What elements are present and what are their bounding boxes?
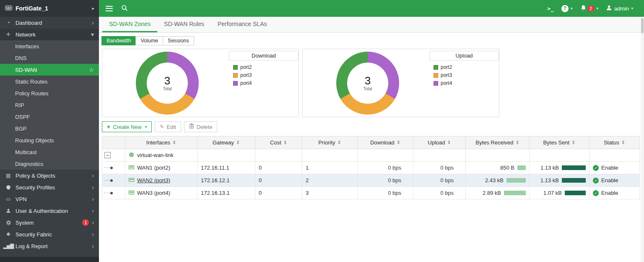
edit-label: Edit bbox=[166, 124, 176, 130]
legend-item-port2[interactable]: port2 bbox=[434, 64, 495, 70]
download-cell: 0 bps bbox=[358, 174, 413, 187]
column-header-download[interactable]: Download⇕ bbox=[358, 136, 413, 149]
column-header-bytes-sent[interactable]: Bytes Sent⇕ bbox=[530, 136, 589, 149]
legend-item-port4[interactable]: port4 bbox=[233, 80, 294, 86]
bytes-sent-bar bbox=[562, 178, 586, 183]
column-header-interfaces[interactable]: Interfaces⇕ bbox=[125, 136, 197, 149]
interface-cell: WAN2 (port3) bbox=[125, 174, 197, 187]
sidebar-item-network[interactable]: ✛ Network ▾ bbox=[0, 29, 99, 40]
member-name[interactable]: WAN3 (port4) bbox=[137, 190, 170, 196]
upload-legend: Upload port2 port3 port4 bbox=[429, 51, 499, 90]
sidebar-item-label: User & Authentication bbox=[16, 208, 68, 214]
sidebar-item-user-authentication[interactable]: User & Authentication › bbox=[0, 205, 99, 217]
member-name[interactable]: WAN1 (port2) bbox=[137, 165, 170, 171]
column-header-priority[interactable]: Priority⇕ bbox=[302, 136, 358, 149]
subtab-bandwidth[interactable]: Bandwidth bbox=[101, 36, 136, 45]
sidebar-item-static-routes[interactable]: Static Routes bbox=[0, 76, 99, 87]
admin-menu[interactable]: admin ▾ bbox=[606, 5, 633, 12]
priority-cell: 3 bbox=[302, 187, 358, 199]
empty-cell bbox=[413, 149, 466, 162]
cost-cell: 0 bbox=[255, 174, 302, 187]
donut-total-label: Total bbox=[363, 86, 372, 91]
sort-icon: ⇕ bbox=[621, 140, 625, 145]
help-menu[interactable]: ? ▾ bbox=[561, 5, 573, 12]
sidebar-item-log-report[interactable]: ▂▅▇ Log & Report › bbox=[0, 240, 99, 252]
donut-center: 3 Total bbox=[347, 63, 388, 104]
create-new-button[interactable]: + Create New ▾ bbox=[102, 121, 152, 132]
cost-cell: 0 bbox=[255, 162, 302, 174]
member-name[interactable]: WAN2 (port3) bbox=[137, 177, 170, 183]
sidebar-item-routing-objects[interactable]: Routing Objects bbox=[0, 134, 99, 146]
sidebar-item-rip[interactable]: RIP bbox=[0, 99, 99, 111]
sort-icon: ⇕ bbox=[516, 140, 519, 145]
vertical-scrollbar-thumb[interactable] bbox=[641, 18, 644, 33]
gateway-cell: 172.16.12.1 bbox=[197, 174, 255, 187]
bytes-sent-cell: 1.13 kB bbox=[530, 162, 589, 174]
sort-icon: ⇕ bbox=[172, 140, 176, 145]
chevron-right-icon: › bbox=[92, 172, 94, 179]
sidebar-item-ospf[interactable]: OSPF bbox=[0, 111, 99, 123]
column-header-expand bbox=[102, 136, 125, 149]
collapse-icon[interactable]: − bbox=[104, 152, 111, 158]
tab-sdwan-rules[interactable]: SD-WAN Rules bbox=[157, 17, 211, 32]
search-icon[interactable] bbox=[121, 5, 128, 13]
column-header-gateway[interactable]: Gateway⇕ bbox=[197, 136, 255, 149]
sidebar-item-dns[interactable]: DNS bbox=[0, 52, 99, 64]
table-row-wan3[interactable]: WAN3 (port4) 172.16.13.1 0 3 0 bps 0 bps… bbox=[102, 187, 640, 199]
help-icon: ? bbox=[561, 5, 569, 12]
app-root: FortiGate_1 ▾ ◔ Dashboard › ✛ Network ▾ … bbox=[0, 0, 644, 262]
sidebar-item-policy-routes[interactable]: Policy Routes bbox=[0, 87, 99, 99]
legend-item-port3[interactable]: port3 bbox=[233, 72, 294, 78]
legend-title: Upload bbox=[429, 51, 499, 60]
vertical-scrollbar-track[interactable] bbox=[641, 17, 644, 262]
sidebar-item-label: OSPF bbox=[15, 114, 30, 120]
sidebar-item-security-fabric[interactable]: ❖ Security Fabric › bbox=[0, 228, 99, 240]
sidebar-item-dashboard[interactable]: ◔ Dashboard › bbox=[0, 17, 99, 29]
legend-items: port2 port3 port4 bbox=[429, 60, 499, 90]
tab-performance-slas[interactable]: Performance SLAs bbox=[211, 17, 274, 32]
legend-item-port4[interactable]: port4 bbox=[434, 80, 495, 86]
sidebar-item-label: Security Fabric bbox=[16, 231, 52, 238]
legend-item-port3[interactable]: port3 bbox=[434, 72, 495, 78]
sidebar-item-policy-objects[interactable]: ▤ Policy & Objects › bbox=[0, 170, 99, 181]
bytes-received-cell: 2.89 kB bbox=[466, 187, 530, 199]
column-header-bytes-received[interactable]: Bytes Received⇕ bbox=[466, 136, 530, 149]
column-header-cost[interactable]: Cost⇕ bbox=[255, 136, 302, 149]
device-selector[interactable]: FortiGate_1 ▾ bbox=[0, 0, 99, 17]
sidebar-item-system[interactable]: System 1 › bbox=[0, 217, 99, 228]
sidebar-item-interfaces[interactable]: Interfaces bbox=[0, 40, 99, 52]
priority-cell: 2 bbox=[302, 174, 358, 187]
subtab-sessions[interactable]: Sessions bbox=[163, 36, 194, 45]
sidebar-scrollbar[interactable] bbox=[0, 257, 99, 262]
gateway-cell: 172.16.11.1 bbox=[197, 162, 255, 174]
column-header-status[interactable]: Status⇕ bbox=[589, 136, 640, 149]
sidebar-item-diagnostics[interactable]: Diagnostics bbox=[0, 158, 99, 170]
topbar-right: >_ ? ▾ 2 ▾ admin ▾ bbox=[547, 5, 637, 12]
upload-cell: 0 bps bbox=[413, 174, 466, 187]
bytes-sent-cell: 1.07 kB bbox=[530, 187, 589, 199]
legend-item-port2[interactable]: port2 bbox=[233, 64, 294, 70]
favorite-star-icon[interactable]: ☆ bbox=[89, 67, 94, 73]
table-row-wan2[interactable]: WAN2 (port3) 172.16.12.1 0 2 0 bps 0 bps… bbox=[102, 174, 640, 187]
port3-swatch bbox=[233, 73, 238, 78]
sidebar-item-multicast[interactable]: Multicast bbox=[0, 146, 99, 158]
content-area: Bandwidth Volume Sessions 3 Total Downlo… bbox=[99, 33, 644, 262]
sidebar-item-vpn[interactable]: ▭ VPN › bbox=[0, 193, 99, 205]
priority-cell: 1 bbox=[302, 162, 358, 174]
edit-button[interactable]: ✎ Edit bbox=[155, 121, 181, 132]
table-row-wan1[interactable]: WAN1 (port2) 172.16.11.1 0 1 0 bps 0 bps… bbox=[102, 162, 640, 174]
cli-console-icon[interactable]: >_ bbox=[547, 5, 554, 12]
sidebar-item-sdwan[interactable]: SD-WAN ☆ bbox=[0, 64, 99, 76]
notifications-menu[interactable]: 2 ▾ bbox=[580, 5, 599, 12]
subtab-volume[interactable]: Volume bbox=[135, 36, 163, 45]
table-row-virtual-wan-link[interactable]: − virtual-wan-link bbox=[102, 149, 640, 162]
user-icon bbox=[606, 5, 612, 12]
sidebar-item-security-profiles[interactable]: Security Profiles › bbox=[0, 181, 99, 193]
upload-cell: 0 bps bbox=[413, 187, 466, 199]
column-header-upload[interactable]: Upload⇕ bbox=[413, 136, 466, 149]
menu-icon[interactable] bbox=[106, 6, 113, 11]
delete-button[interactable]: Delete bbox=[184, 121, 218, 132]
sidebar-item-bgp[interactable]: BGP bbox=[0, 123, 99, 134]
tab-sdwan-zones[interactable]: SD-WAN Zones bbox=[102, 17, 157, 32]
status-cell: ✓Enable bbox=[589, 174, 640, 187]
